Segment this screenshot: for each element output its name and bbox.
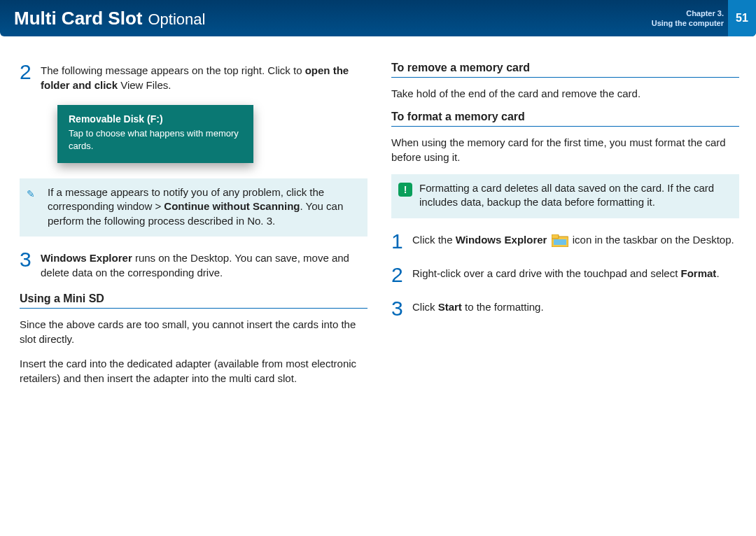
step-text: The following message appears on the top…: [41, 62, 368, 92]
fs3-bold: Start: [438, 301, 462, 313]
windows-explorer-icon: [552, 234, 568, 247]
fs1-c: icon in the taskbar on the Desktop.: [573, 234, 734, 246]
warning-box: ! Formatting a card deletes all data sav…: [391, 174, 739, 218]
fs1-a: Click the: [412, 234, 456, 246]
subheading-mini-sd: Using a Mini SD: [20, 292, 368, 309]
step-number: 2: [391, 265, 405, 285]
page-header: Multi Card Slot Optional Chapter 3. Usin…: [0, 0, 756, 36]
format-step-3: 3 Click Start to the formatting.: [391, 298, 739, 319]
step-3: 3 Windows Explorer runs on the Desktop. …: [20, 249, 368, 280]
left-column: 2 The following message appears on the t…: [20, 62, 368, 395]
notification-toast: Removable Disk (F:) Tap to choose what h…: [57, 105, 253, 163]
remove-card-p1: Take hold of the end of the card and rem…: [391, 86, 739, 101]
pencil-icon: ✎: [27, 185, 43, 228]
format-step-1: 1 Click the Windows Explorer icon in the…: [391, 231, 739, 252]
header-left: Multi Card Slot Optional: [14, 8, 205, 29]
step-text: Click Start to the formatting.: [412, 298, 544, 319]
step-number: 3: [20, 249, 34, 280]
step2-text-c: View Files.: [118, 79, 171, 91]
mini-sd-p2: Insert the card into the dedicated adapt…: [20, 356, 368, 386]
page-content: 2 The following message appears on the t…: [0, 36, 756, 395]
fs2-a: Right-click over a card drive with the t…: [412, 267, 681, 279]
chapter-info: Chapter 3. Using the computer: [652, 8, 724, 29]
chapter-line1: Chapter 3.: [652, 8, 724, 18]
fs2-bold: Format: [681, 267, 717, 279]
note-box: ✎ If a message appears to notify you of …: [20, 178, 368, 237]
toast-body: Tap to choose what happens with memory c…: [69, 127, 242, 152]
mini-sd-p1: Since the above cards are too small, you…: [20, 317, 368, 346]
format-step-2: 2 Right-click over a card drive with the…: [391, 265, 739, 285]
fs3-c: to the formatting.: [462, 301, 544, 313]
step-number: 3: [391, 298, 405, 319]
note-text: If a message appears to notify you of an…: [48, 185, 359, 228]
page-number-badge: 51: [728, 0, 756, 36]
svg-rect-2: [554, 239, 566, 245]
subheading-format-card: To format a memory card: [391, 111, 739, 127]
fs1-bold: Windows Explorer: [456, 234, 547, 246]
right-column: To remove a memory card Take hold of the…: [391, 62, 739, 395]
page-subtitle: Optional: [148, 10, 205, 29]
chapter-line2: Using the computer: [652, 18, 724, 28]
step-text: Windows Explorer runs on the Desktop. Yo…: [41, 249, 368, 280]
page-title: Multi Card Slot: [14, 8, 142, 29]
format-card-p1: When using the memory card for the first…: [391, 135, 739, 164]
header-right: Chapter 3. Using the computer 51: [652, 0, 756, 36]
step-number: 1: [391, 231, 405, 252]
step-text: Right-click over a card drive with the t…: [412, 265, 720, 285]
note-text-bold: Continue without Scanning: [164, 200, 300, 212]
step-number: 2: [20, 62, 34, 92]
toast-title: Removable Disk (F:): [69, 113, 242, 125]
fs2-c: .: [716, 267, 719, 279]
svg-rect-1: [552, 234, 559, 239]
step3-bold: Windows Explorer: [41, 252, 132, 264]
step2-text-a: The following message appears on the top…: [41, 64, 305, 76]
subheading-remove-card: To remove a memory card: [391, 62, 739, 78]
fs3-a: Click: [412, 301, 438, 313]
step-text: Click the Windows Explorer icon in the t…: [412, 231, 734, 252]
step-2: 2 The following message appears on the t…: [20, 62, 368, 92]
alert-icon: !: [398, 181, 415, 210]
warning-text: Formatting a card deletes all data saved…: [419, 181, 731, 210]
